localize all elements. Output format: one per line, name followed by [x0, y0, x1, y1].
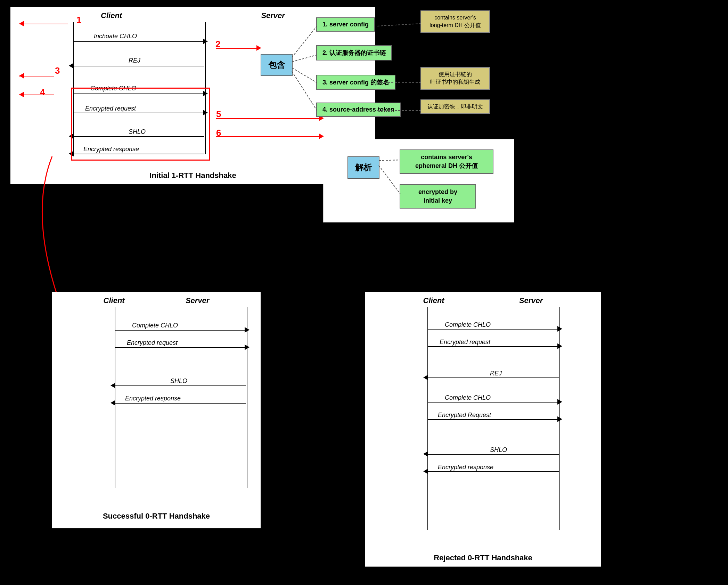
baohan-item-1: 1. server config — [316, 17, 375, 32]
br-arrow-7 — [428, 471, 559, 472]
baohan-item-2: 2. 认证服务器的证书链 — [316, 45, 392, 60]
bot-left-server-label: Server — [186, 296, 210, 305]
bot-left-diagram: Client Server Complete CHLO Encrypted re… — [52, 292, 261, 528]
bot-left-header: Client Server — [52, 292, 261, 307]
red-arrow-1 — [19, 24, 68, 24]
bot-left-client-line — [115, 307, 115, 488]
br-label-4: Complete CHLO — [445, 394, 491, 401]
br-client-line — [427, 307, 428, 530]
jiexi-item-2-text: encrypted byinitial key — [418, 188, 457, 204]
arrowhead-2 — [69, 63, 74, 68]
bl-ah-1 — [245, 327, 250, 333]
top-diagram-title: Initial 1-RTT Handshake — [10, 168, 375, 183]
bl-ah-3 — [111, 383, 115, 388]
baohan-annotation-4-text: 认证加密块，即非明文 — [427, 104, 483, 109]
bl-label-1: Complete CHLO — [132, 322, 178, 329]
baohan-annotation-1: contains server'slong-term DH 公开值 — [420, 10, 490, 33]
baohan-annotation-1-text: contains server'slong-term DH 公开值 — [430, 15, 481, 28]
baohan-item-3: 3. server config 的签名 — [316, 75, 395, 90]
bot-right-server-label: Server — [519, 296, 543, 305]
baohan-annotation-4: 认证加密块，即非明文 — [420, 99, 490, 114]
top-server-label: Server — [261, 11, 285, 20]
bot-left-title: Successful 0-RTT Handshake — [52, 509, 261, 523]
arrow-inchoate-chlo — [74, 41, 204, 42]
red-arrow-4 — [19, 95, 54, 95]
red-arrowhead-6 — [319, 133, 324, 139]
bl-arrow-enc-req — [115, 347, 246, 348]
label-rej: REJ — [129, 57, 140, 64]
bl-arrow-enc-resp — [115, 403, 246, 404]
br-label-6: SHLO — [490, 446, 507, 454]
baohan-box: 包含 — [261, 54, 293, 76]
label-inchoate-chlo: Inchoate CHLO — [94, 33, 137, 40]
bl-ah-4 — [111, 400, 115, 406]
red-highlight-rect — [71, 88, 210, 161]
br-label-5: Encrypted Request — [438, 412, 491, 419]
baohan-annotation-3: 使用证书链的叶证书中的私钥生成 — [420, 67, 490, 90]
br-ah-1 — [557, 326, 562, 332]
bl-arrow-complete-chlo — [115, 330, 246, 331]
bot-left-server-line — [247, 307, 247, 488]
bl-label-4: Encrypted response — [125, 395, 181, 402]
br-arrow-2 — [428, 346, 559, 347]
bl-ah-2 — [245, 344, 250, 350]
red-num-3: 3 — [55, 65, 60, 76]
red-arrowhead-1 — [19, 21, 24, 26]
red-arrow-5 — [216, 118, 320, 119]
jiexi-box: 解析 — [347, 156, 379, 179]
br-label-7: Encrypted response — [438, 464, 493, 471]
red-arrow-2 — [216, 48, 258, 49]
red-arrowhead-3 — [19, 73, 24, 79]
br-arrow-5 — [428, 419, 559, 420]
red-arrowhead-4 — [19, 92, 24, 97]
bl-label-3: SHLO — [170, 377, 187, 385]
main-container: Client Server Inchoate CHLO REJ Complete… — [0, 0, 728, 585]
red-num-1: 1 — [76, 15, 81, 25]
bl-label-2: Encrypted request — [127, 339, 178, 347]
baohan-item-4: 4. source-address token — [316, 103, 401, 117]
arrow-rej — [74, 66, 204, 66]
br-ah-4 — [557, 399, 562, 405]
bot-right-title: Rejected 0-RTT Handshake — [365, 551, 601, 565]
br-label-1: Complete CHLO — [445, 321, 491, 328]
br-arrow-3 — [428, 377, 559, 378]
br-arrow-4 — [428, 402, 559, 403]
bot-right-diagram: Client Server Complete CHLO Encrypted re… — [365, 292, 601, 567]
top-diagram-lines: Inchoate CHLO REJ Complete CHLO Encrypte… — [10, 22, 375, 168]
red-arrowhead-2 — [256, 45, 261, 51]
br-ah-5 — [557, 416, 562, 422]
svg-line-8 — [379, 165, 400, 194]
baohan-annotation-3-text: 使用证书链的叶证书中的私钥生成 — [430, 71, 480, 85]
br-ah-2 — [557, 343, 562, 349]
br-label-3: REJ — [490, 370, 502, 377]
br-arrow-6 — [428, 454, 559, 455]
top-client-label: Client — [101, 11, 122, 20]
red-arrow-6 — [216, 136, 320, 137]
red-arrow-3 — [19, 76, 54, 76]
br-ah-6 — [423, 451, 428, 457]
bot-left-lines: Complete CHLO Encrypted request SHLO Enc… — [52, 307, 261, 509]
svg-line-4 — [377, 24, 420, 26]
bot-right-client-label: Client — [423, 296, 444, 305]
bl-arrow-shlo — [115, 385, 246, 386]
red-num-4: 4 — [40, 87, 45, 98]
br-ah-7 — [423, 469, 428, 474]
br-arrow-1 — [428, 329, 559, 330]
jiexi-item-1: contains server'sephemeral DH 公开值 — [400, 149, 493, 174]
bot-left-client-label: Client — [104, 296, 125, 305]
br-ah-3 — [423, 375, 428, 380]
jiexi-item-2: encrypted byinitial key — [400, 184, 476, 209]
bot-right-lines: Complete CHLO Encrypted request REJ Comp… — [365, 307, 601, 551]
arrowhead-1 — [203, 39, 208, 44]
top-diagram: Client Server Inchoate CHLO REJ Complete… — [10, 7, 375, 184]
jiexi-item-1-text: contains server'sephemeral DH 公开值 — [415, 154, 478, 169]
br-label-2: Encrypted request — [440, 339, 490, 346]
bot-right-header: Client Server — [365, 292, 601, 307]
svg-line-7 — [379, 160, 400, 161]
